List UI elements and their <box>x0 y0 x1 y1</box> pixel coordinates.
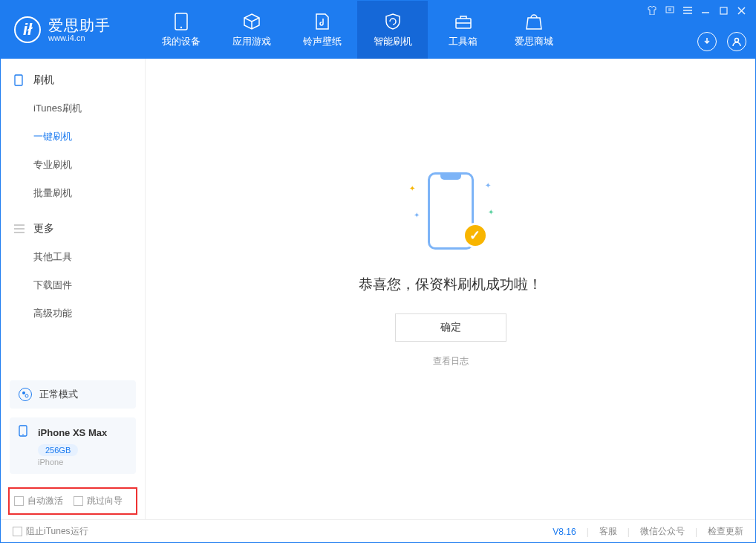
download-icon[interactable] <box>697 32 717 51</box>
wechat-link[interactable]: 微信公众号 <box>640 525 685 538</box>
close-icon[interactable] <box>736 5 746 16</box>
svg-point-10 <box>22 434 24 435</box>
tshirt-icon[interactable] <box>647 5 657 16</box>
tab-apps-games[interactable]: 应用游戏 <box>216 1 287 59</box>
tab-ringtones-wallpapers[interactable]: 铃声壁纸 <box>287 1 357 59</box>
sidebar-item-itunes-flash[interactable]: iTunes刷机 <box>1 94 145 123</box>
device-type: iPhone <box>38 458 127 466</box>
sidebar-item-other-tools[interactable]: 其他工具 <box>1 243 145 271</box>
device-name: iPhone XS Max <box>38 427 107 438</box>
user-icon[interactable] <box>727 32 746 51</box>
checkbox-label: 阻止iTunes运行 <box>26 525 88 538</box>
toolbox-icon <box>453 11 474 32</box>
svg-rect-3 <box>666 7 674 13</box>
tab-toolbox[interactable]: 工具箱 <box>428 1 498 59</box>
svg-point-1 <box>180 27 181 28</box>
sidebar-item-advanced[interactable]: 高级功能 <box>1 299 145 328</box>
group-header-more: 更多 <box>1 215 145 243</box>
options-highlight-box: 自动激活 跳过向导 <box>8 487 137 515</box>
checkbox-block-itunes[interactable]: 阻止iTunes运行 <box>13 525 88 538</box>
checkbox-label: 跳过向导 <box>87 495 123 507</box>
checkbox-auto-activate[interactable]: 自动激活 <box>14 495 63 507</box>
svg-point-8 <box>25 394 28 397</box>
logo: ił 爱思助手 www.i4.cn <box>1 16 146 43</box>
nav-tabs: 我的设备 应用游戏 铃声壁纸 智能刷机 工具箱 爱思商城 <box>146 1 569 59</box>
sidebar-item-oneclick-flash[interactable]: 一键刷机 <box>1 123 145 151</box>
main-content: ✦✦✦✦ ✓ 恭喜您，保资料刷机成功啦！ 确定 查看日志 <box>146 59 755 519</box>
group-title: 刷机 <box>33 74 54 87</box>
support-link[interactable]: 客服 <box>599 525 617 538</box>
checkbox-icon <box>13 527 22 536</box>
device-icon <box>171 11 192 32</box>
window-controls <box>647 5 746 16</box>
checkbox-icon <box>74 496 83 506</box>
cube-icon <box>241 11 262 32</box>
mode-card[interactable]: 正常模式 <box>10 380 136 409</box>
minimize-icon[interactable] <box>700 5 711 16</box>
version-label: V8.16 <box>553 527 576 537</box>
sidebar-item-pro-flash[interactable]: 专业刷机 <box>1 151 145 179</box>
app-url: www.i4.cn <box>48 33 111 42</box>
tab-store[interactable]: 爱思商城 <box>498 1 569 59</box>
tab-smart-flash[interactable]: 智能刷机 <box>357 1 428 59</box>
phone-icon <box>14 74 26 86</box>
svg-point-5 <box>735 39 739 42</box>
refresh-shield-icon <box>382 11 403 32</box>
svg-point-7 <box>22 391 25 394</box>
menu-icon[interactable] <box>682 5 693 16</box>
logo-icon: ił <box>14 16 41 43</box>
ok-button[interactable]: 确定 <box>395 313 506 342</box>
tab-label: 智能刷机 <box>374 35 412 48</box>
checkbox-skip-guide[interactable]: 跳过向导 <box>74 495 123 507</box>
mode-icon <box>19 388 32 401</box>
check-update-link[interactable]: 检查更新 <box>708 525 743 538</box>
success-illustration: ✦✦✦✦ ✓ <box>406 166 495 256</box>
feedback-icon[interactable] <box>665 5 675 16</box>
sidebar-group-more: 更多 其他工具 下载固件 高级功能 <box>1 215 145 328</box>
phone-icon <box>19 425 30 440</box>
music-file-icon <box>312 11 333 32</box>
tab-label: 铃声壁纸 <box>303 35 342 48</box>
app-title: 爱思助手 <box>48 17 111 33</box>
checkbox-icon <box>14 496 24 506</box>
footer: 阻止iTunes运行 V8.16 | 客服 | 微信公众号 | 检查更新 <box>1 519 755 543</box>
group-title: 更多 <box>33 222 54 235</box>
device-capacity-badge: 256GB <box>38 444 78 456</box>
maximize-icon[interactable] <box>718 5 729 16</box>
svg-rect-6 <box>15 75 22 85</box>
success-message: 恭喜您，保资料刷机成功啦！ <box>359 275 542 294</box>
tab-label: 工具箱 <box>449 35 478 48</box>
tab-label: 我的设备 <box>162 35 201 48</box>
list-icon <box>14 224 26 233</box>
bag-icon <box>524 11 544 32</box>
check-badge-icon: ✓ <box>463 223 488 248</box>
device-card[interactable]: iPhone XS Max 256GB iPhone <box>10 417 136 474</box>
sidebar-group-flash: 刷机 iTunes刷机 一键刷机 专业刷机 批量刷机 <box>1 66 145 207</box>
svg-rect-4 <box>720 7 727 14</box>
tab-label: 应用游戏 <box>232 35 271 48</box>
header: ił 爱思助手 www.i4.cn 我的设备 应用游戏 铃声壁纸 智能刷机 工具… <box>1 1 755 59</box>
sidebar-item-batch-flash[interactable]: 批量刷机 <box>1 179 145 207</box>
mode-label: 正常模式 <box>39 388 78 401</box>
tab-my-device[interactable]: 我的设备 <box>146 1 216 59</box>
sidebar-item-download-firmware[interactable]: 下载固件 <box>1 271 145 299</box>
sidebar: 刷机 iTunes刷机 一键刷机 专业刷机 批量刷机 更多 其他工具 下载固件 … <box>1 59 146 519</box>
checkbox-label: 自动激活 <box>27 495 63 507</box>
group-header-flash: 刷机 <box>1 66 145 94</box>
view-log-link[interactable]: 查看日志 <box>433 355 469 368</box>
tab-label: 爱思商城 <box>515 35 553 48</box>
